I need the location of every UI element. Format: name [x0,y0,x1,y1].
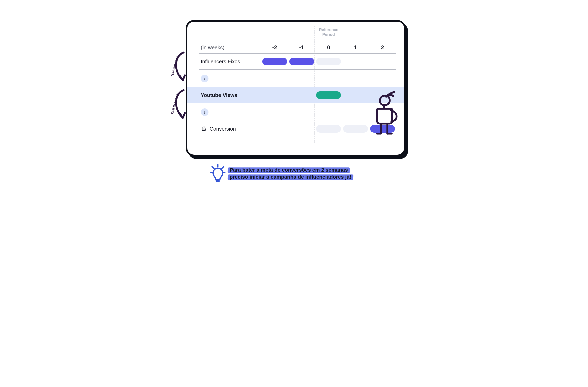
row-conversion-label: Conversion [199,126,261,132]
row-conversion-cell-2 [315,121,342,137]
insight-line-2: preciso iniciar a campanha de influencia… [230,174,351,180]
insight-callout: Para bater a meta de conversões em 2 sem… [210,164,351,183]
pill-teal [316,91,341,99]
impact-arrow-2: TEM IMPACTO [162,88,188,128]
row-influencers-cell-3 [342,54,369,69]
pill-purple [289,58,314,65]
row-youtube-cell-1 [288,87,315,103]
spacer-1: ↓ [199,70,396,87]
svg-line-2 [222,167,224,169]
pill-faint [343,125,368,133]
col-p1: 1 [342,44,369,51]
row-youtube-label: Youtube Views [199,92,261,98]
row-conversion-cell-0 [261,121,288,137]
unit-label: (in weeks) [199,45,261,51]
impact-arrow-1: TEM IMPACTO [162,50,188,90]
row-conversion-text: Conversion [210,126,236,132]
pill-faint [316,58,341,65]
col-m2: -2 [261,44,288,51]
arrow-down-icon: ↓ [201,75,209,82]
person-illustration [365,91,399,138]
row-influencers-cell-1 [288,54,315,69]
col-p2: 2 [369,44,396,51]
row-conversion-cell-1 [288,121,315,137]
row-influencers: Influencers Fixos [199,54,396,70]
row-youtube-cell-0 [261,87,288,103]
row-influencers-cell-2 [315,54,342,69]
diagram-frame: ReferencePeriod (in weeks) -2 -1 0 1 2 I… [186,20,406,156]
col-m1: -1 [288,44,315,51]
row-influencers-label: Influencers Fixos [199,59,261,65]
pill-faint [316,125,341,133]
insight-text: Para bater a meta de conversões em 2 sem… [230,166,351,181]
row-influencers-cell-0 [261,54,288,69]
svg-rect-5 [216,180,220,182]
insight-line-1: Para bater a meta de conversões em 2 sem… [230,167,348,173]
row-influencers-cell-4 [369,54,396,69]
pill-purple [262,58,287,65]
svg-line-1 [212,167,214,169]
col-0: 0 [315,44,342,51]
arrow-down-icon: ↓ [201,108,209,116]
header-row: (in weeks) -2 -1 0 1 2 [199,42,396,54]
reference-period-label: ReferencePeriod [315,27,342,37]
basket-icon [201,126,207,131]
lightbulb-icon [210,164,226,183]
row-youtube-cell-2 [315,87,342,103]
